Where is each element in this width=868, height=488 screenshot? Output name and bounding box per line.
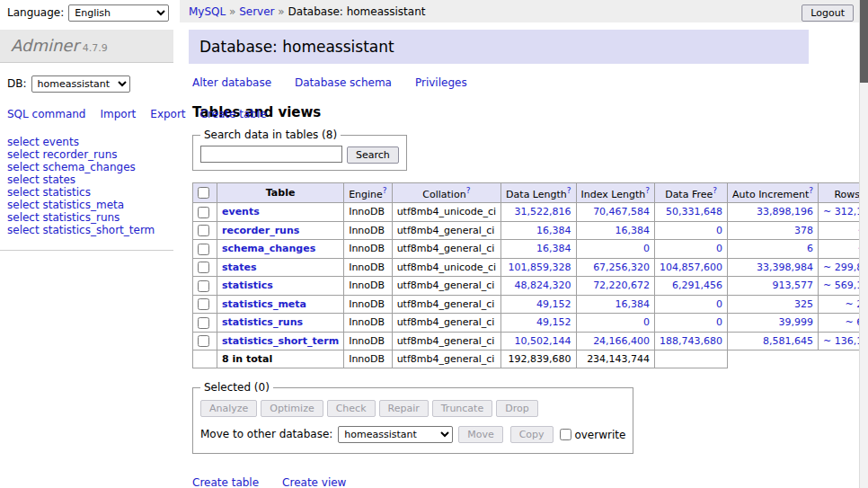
data-length-link[interactable]: 48,824,320: [515, 279, 571, 291]
sidebar-select-events[interactable]: select events: [7, 137, 166, 148]
collation-cell: utf8mb4_general_ci: [392, 240, 500, 259]
database-schema-link[interactable]: Database schema: [295, 76, 392, 89]
row-checkbox[interactable]: [198, 262, 209, 273]
index-length-link[interactable]: 24,166,400: [593, 335, 650, 347]
table-link-statistics[interactable]: statistics: [222, 279, 273, 291]
column-help-link[interactable]: ?: [466, 186, 471, 195]
move-db-select[interactable]: homeassistant: [338, 426, 453, 443]
data-free-link[interactable]: 0: [716, 225, 722, 236]
auto-increment-link[interactable]: 39,999: [779, 316, 814, 328]
index-length-link[interactable]: 0: [643, 316, 650, 328]
data-length-link[interactable]: 16,384: [536, 225, 571, 236]
column-help-link[interactable]: ?: [383, 186, 387, 195]
search-button[interactable]: Search: [347, 146, 399, 164]
table-link-events[interactable]: events: [222, 206, 260, 217]
index-length-link[interactable]: 72,220,672: [593, 279, 650, 291]
auto-increment-link[interactable]: 8,581,645: [763, 335, 813, 347]
data-free-link[interactable]: 0: [716, 316, 722, 328]
index-length-link[interactable]: 70,467,584: [593, 206, 650, 217]
sidebar-select-statistics-meta[interactable]: select statistics_meta: [7, 200, 166, 211]
data-length-link[interactable]: 101,859,328: [509, 262, 571, 273]
scrollbar[interactable]: [859, 0, 868, 488]
column-help-link[interactable]: ?: [713, 186, 717, 195]
auto-increment-link[interactable]: 913,577: [773, 279, 814, 291]
row-checkbox[interactable]: [198, 335, 209, 347]
data-length-link[interactable]: 16,384: [536, 243, 571, 254]
table-link-statistics-short-term[interactable]: statistics_short_term: [222, 335, 339, 347]
row-checkbox[interactable]: [198, 280, 209, 292]
sidebar-link-sql-command[interactable]: SQL command: [7, 108, 85, 120]
data-length-link[interactable]: 31,522,816: [515, 206, 571, 217]
column-help-link[interactable]: ?: [567, 186, 571, 195]
auto-increment-link[interactable]: 6: [807, 243, 813, 254]
row-checkbox[interactable]: [198, 207, 209, 218]
bulk-repair-button[interactable]: Repair: [379, 400, 429, 417]
sidebar-select-statistics-runs[interactable]: select statistics_runs: [7, 212, 166, 224]
data-length-link[interactable]: 49,152: [536, 298, 571, 310]
create-view-link[interactable]: Create view: [282, 476, 346, 488]
data-free-link[interactable]: 104,857,600: [660, 262, 722, 273]
table-link-statistics-meta[interactable]: statistics_meta: [222, 298, 306, 310]
sidebar-select-statistics[interactable]: select statistics: [7, 187, 166, 199]
sidebar-select-schema-changes[interactable]: select schema_changes: [7, 162, 166, 173]
table-link-statistics-runs[interactable]: statistics_runs: [222, 316, 303, 328]
bulk-drop-button[interactable]: Drop: [496, 400, 537, 417]
column-help-link[interactable]: ?: [645, 186, 650, 195]
sidebar-link-import[interactable]: Import: [100, 108, 136, 120]
data-free-link[interactable]: 0: [716, 243, 722, 254]
row-checkbox[interactable]: [198, 298, 209, 310]
data-free-link[interactable]: 0: [716, 298, 722, 310]
copy-button[interactable]: Copy: [510, 426, 554, 443]
breadcrumb-item-server[interactable]: Server: [239, 5, 274, 18]
auto-increment-link[interactable]: 33,898,196: [757, 206, 813, 217]
scrollbar-thumb[interactable]: [860, 0, 868, 83]
row-checkbox[interactable]: [198, 244, 209, 255]
bulk-check-button[interactable]: Check: [327, 400, 376, 417]
auto-increment-link[interactable]: 325: [794, 298, 813, 310]
data-free-link[interactable]: 188,743,680: [660, 335, 722, 347]
overwrite-checkbox[interactable]: [560, 429, 571, 440]
data-free-link[interactable]: 6,291,456: [672, 279, 722, 291]
create-table-link[interactable]: Create table: [192, 476, 259, 488]
sidebar-select-statistics-short-term[interactable]: select statistics_short_term: [7, 225, 166, 236]
app-version[interactable]: 4.7.9: [83, 42, 108, 54]
app-name[interactable]: Adminer: [11, 36, 79, 55]
auto-increment-link[interactable]: 378: [794, 225, 813, 236]
language-select[interactable]: English: [68, 4, 169, 22]
sidebar-link-export[interactable]: Export: [150, 108, 185, 120]
breadcrumb-item-mysql[interactable]: MySQL: [189, 5, 226, 18]
alter-database-link[interactable]: Alter database: [192, 76, 271, 89]
bulk-truncate-button[interactable]: Truncate: [432, 400, 492, 417]
sidebar-select-states[interactable]: select states: [7, 174, 166, 186]
bulk-optimize-button[interactable]: Optimize: [261, 400, 323, 417]
auto-increment-cell: 33,398,984: [728, 258, 819, 277]
row-checkbox[interactable]: [198, 225, 209, 236]
move-button[interactable]: Move: [458, 426, 503, 443]
column-help-link[interactable]: ?: [809, 186, 813, 195]
row-checkbox[interactable]: [198, 317, 209, 329]
table-link-recorder-runs[interactable]: recorder_runs: [222, 225, 299, 236]
auto-increment-cell: 325: [728, 295, 819, 314]
index-length-link[interactable]: 16,384: [616, 225, 651, 236]
data-length-link[interactable]: 49,152: [536, 316, 571, 328]
index-length-link[interactable]: 16,384: [616, 298, 651, 310]
total-engine-cell: InnoDB: [344, 350, 392, 368]
table-name-cell: schema_changes: [217, 240, 344, 259]
auto-increment-link[interactable]: 33,398,984: [757, 262, 813, 273]
table-link-schema-changes[interactable]: schema_changes: [222, 243, 315, 254]
bulk-analyze-button[interactable]: Analyze: [200, 400, 257, 417]
index-length-link[interactable]: 67,256,320: [593, 262, 650, 273]
data-length-link[interactable]: 10,502,144: [515, 335, 571, 347]
table-link-states[interactable]: states: [222, 262, 257, 273]
index-length-link[interactable]: 0: [643, 243, 650, 254]
data-free-link[interactable]: 50,331,648: [666, 206, 722, 217]
sidebar-select-recorder-runs[interactable]: select recorder_runs: [7, 149, 166, 161]
privileges-link[interactable]: Privileges: [415, 76, 467, 89]
table-row-statistics-runs: statistics_runsInnoDButf8mb4_general_ci4…: [193, 314, 868, 333]
total-empty-cell: [655, 350, 728, 368]
sidebar-link-create-table[interactable]: Create table: [200, 108, 267, 120]
search-input[interactable]: [200, 146, 342, 163]
db-select[interactable]: homeassistant: [31, 75, 130, 93]
logout-button[interactable]: Logout: [802, 4, 854, 22]
select-all-checkbox[interactable]: [198, 187, 209, 199]
